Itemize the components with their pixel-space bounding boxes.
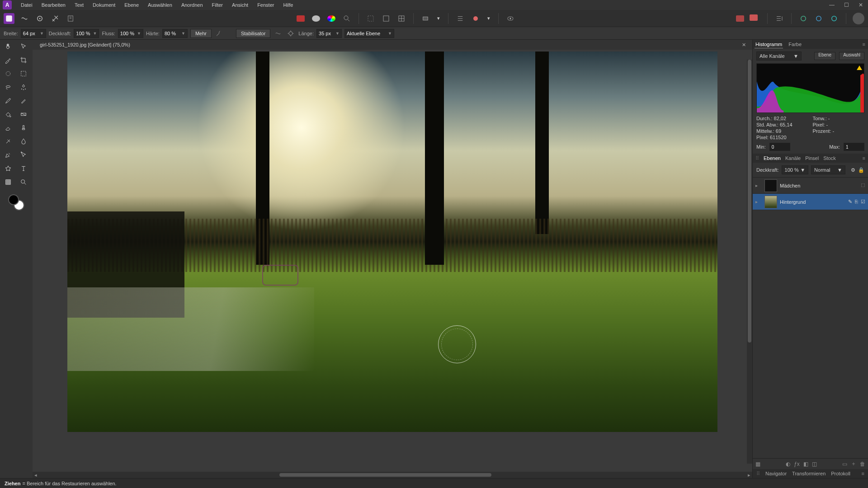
- vertical-scrollbar[interactable]: [747, 60, 752, 464]
- document-tab-close-icon[interactable]: ✕: [739, 42, 749, 48]
- panel-menu-icon[interactable]: ≡: [862, 41, 866, 48]
- horizontal-scrollbar[interactable]: ◂ ▸: [33, 472, 752, 478]
- menu-text[interactable]: Text: [70, 0, 88, 9]
- move-tool-icon[interactable]: [18, 41, 29, 52]
- minimize-button[interactable]: —: [825, 0, 839, 10]
- edit-layer-icon[interactable]: ✎: [848, 199, 852, 205]
- crop-ratio-icon[interactable]: [420, 13, 431, 24]
- min-input[interactable]: [769, 143, 790, 151]
- selection-dashed-icon[interactable]: [365, 13, 376, 24]
- menu-dokument[interactable]: Dokument: [88, 0, 120, 9]
- stabilisator-button[interactable]: Stabilisator: [236, 29, 270, 38]
- layer-gear-icon[interactable]: ⚙: [851, 167, 855, 173]
- marquee-tool-icon[interactable]: [18, 68, 29, 80]
- scroll-right-icon[interactable]: ▸: [746, 472, 752, 478]
- max-input[interactable]: [844, 143, 864, 151]
- tab-farbe[interactable]: Farbe: [788, 41, 802, 48]
- delete-layer-icon[interactable]: 🗑: [860, 461, 865, 467]
- pixel-brush-tool-icon[interactable]: [18, 95, 29, 107]
- rope-mode-icon[interactable]: [273, 29, 283, 38]
- chevron-down-icon[interactable]: ▾: [486, 13, 492, 24]
- mesh-warp-tool-icon[interactable]: [2, 176, 14, 188]
- window-mode-icon[interactable]: [286, 29, 296, 38]
- tab-histogramm[interactable]: Histogramm: [755, 41, 783, 48]
- menu-datei[interactable]: Datei: [16, 0, 37, 9]
- sync-blue-icon[interactable]: [813, 13, 824, 24]
- vertical-scroll-thumb[interactable]: [748, 60, 751, 343]
- zoom-tool-icon[interactable]: [18, 176, 29, 188]
- sync-teal-icon[interactable]: [829, 13, 840, 24]
- menu-anordnen[interactable]: Anordnen: [177, 0, 208, 9]
- grey-swatch-icon[interactable]: [311, 13, 321, 24]
- tab-protokoll[interactable]: Protokoll: [831, 471, 850, 476]
- close-button[interactable]: ✕: [854, 0, 868, 10]
- eraser-tool-icon[interactable]: [2, 122, 14, 134]
- viewport[interactable]: [33, 50, 752, 472]
- lens-icon[interactable]: [341, 13, 352, 24]
- node-tool-icon[interactable]: [18, 149, 29, 161]
- selection-grid-icon[interactable]: [396, 13, 407, 24]
- tone-map-persona-icon[interactable]: [50, 13, 61, 24]
- sync-green-icon[interactable]: [798, 13, 809, 24]
- color-dot-icon[interactable]: [470, 13, 481, 24]
- horizontal-scroll-thumb[interactable]: [279, 473, 491, 477]
- selection-solid-icon[interactable]: [381, 13, 392, 24]
- text-tool-icon[interactable]: [18, 163, 29, 174]
- photo-persona-icon[interactable]: [4, 13, 14, 24]
- navigator-menu-icon[interactable]: ≡: [862, 471, 864, 476]
- fill-tool-icon[interactable]: [2, 108, 14, 120]
- tab-stock[interactable]: Stock: [823, 155, 836, 161]
- menu-fenster[interactable]: Fenster: [253, 0, 278, 9]
- shape-tool-icon[interactable]: [2, 163, 14, 174]
- stamp-tool-icon[interactable]: [18, 122, 29, 134]
- color-picker-tool-icon[interactable]: [2, 54, 14, 66]
- color-wheel-icon[interactable]: [326, 13, 337, 24]
- layer-lock-icon[interactable]: 🔒: [858, 167, 864, 173]
- layer-deckkraft-combo[interactable]: 100 %▼: [782, 165, 809, 174]
- layer-row-hintergrund[interactable]: ▸ Hintergrund ✎ ⎘ ☑: [753, 194, 868, 210]
- align-icon[interactable]: [455, 13, 466, 24]
- mehr-button[interactable]: Mehr: [190, 29, 212, 38]
- color-swatches[interactable]: [8, 194, 24, 211]
- visibility-toggle-icon[interactable]: ▸: [755, 199, 762, 204]
- pen-tool-icon[interactable]: [2, 149, 14, 161]
- menu-bearbeiten[interactable]: Bearbeiten: [37, 0, 70, 9]
- export-persona-icon[interactable]: [65, 13, 76, 24]
- mask-icon[interactable]: ▦: [755, 461, 760, 467]
- haerte-combo[interactable]: 80 %▼: [162, 29, 188, 38]
- fluss-combo[interactable]: 100 %▼: [118, 29, 143, 38]
- add-layer-icon[interactable]: ＋: [851, 460, 856, 468]
- auswahl-button[interactable]: Auswahl: [839, 52, 864, 60]
- menu-auswaehlen[interactable]: Auswählen: [143, 0, 177, 9]
- account-avatar[interactable]: [853, 13, 864, 24]
- crop-mask-icon[interactable]: ◫: [812, 461, 817, 467]
- view-hand-tool-icon[interactable]: [2, 41, 14, 52]
- rgb-swatch-icon[interactable]: [295, 13, 306, 24]
- stack-front-icon[interactable]: [750, 13, 761, 24]
- live-filter-icon[interactable]: ◧: [803, 461, 808, 467]
- visibility-toggle-icon[interactable]: ▸: [755, 183, 762, 188]
- ebene-button[interactable]: Ebene: [814, 52, 835, 60]
- laenge-combo[interactable]: 35 px▼: [316, 29, 342, 38]
- document-tab[interactable]: girl-535251_1920.jpg [Geändert] (75,0%): [36, 41, 134, 48]
- gradient-tool-icon[interactable]: [18, 108, 29, 120]
- arrange-icon[interactable]: [774, 13, 785, 24]
- group-icon[interactable]: ▭: [842, 461, 847, 467]
- aktuelle-ebene-combo[interactable]: Aktuelle Ebene▼: [344, 29, 394, 38]
- grip-icon[interactable]: ⠿: [755, 155, 759, 161]
- tab-pinsel[interactable]: Pinsel: [805, 155, 819, 161]
- develop-persona-icon[interactable]: [34, 13, 45, 24]
- layers-menu-icon[interactable]: ≡: [863, 155, 865, 161]
- blend-mode-combo[interactable]: Normal▼: [811, 165, 845, 174]
- tab-navigator[interactable]: Navigator: [765, 471, 787, 476]
- smudge-tool-icon[interactable]: [18, 136, 29, 147]
- menu-hilfe[interactable]: Hilfe: [278, 0, 297, 9]
- tab-ebenen[interactable]: Ebenen: [764, 155, 781, 161]
- tab-kanaele[interactable]: Kanäle: [785, 155, 801, 161]
- paint-brush-tool-icon[interactable]: [2, 95, 14, 107]
- menu-ebene[interactable]: Ebene: [120, 0, 143, 9]
- menu-ansicht[interactable]: Ansicht: [227, 0, 253, 9]
- layer-name[interactable]: Hintergrund: [780, 199, 845, 205]
- layer-name[interactable]: Mädchen: [780, 183, 858, 188]
- layer-row-maedchen[interactable]: ▸ Mädchen ☐: [753, 178, 868, 194]
